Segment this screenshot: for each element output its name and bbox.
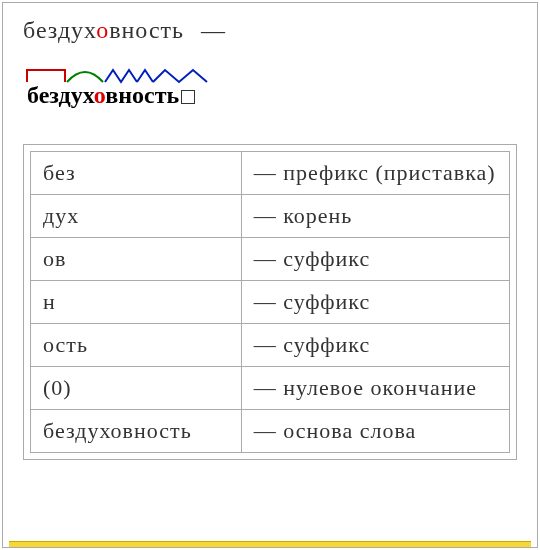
morpheme-def: — префикс (приставка) [241,152,509,195]
morpheme-def: — суффикс [241,324,509,367]
morpheme-def: — основа слова [241,410,509,453]
morph-stress: о [94,82,105,108]
table-row: без — префикс (приставка) [31,152,510,195]
table-row: дух — корень [31,195,510,238]
morpheme-def: — нулевое окончание [241,367,509,410]
table-row: ов — суффикс [31,238,510,281]
morpheme-def: — суффикс [241,281,509,324]
dash: — [201,17,226,43]
content: бездуховность — бездуховность [3,3,537,474]
morpheme-part: ость [31,324,242,367]
headword-stress: о [96,17,109,43]
morpheme-part: (0) [31,367,242,410]
morph-post: вность [105,82,179,108]
table-row: н — суффикс [31,281,510,324]
morpheme-marks-icon [23,64,243,84]
headword-pre: бездух [23,17,96,43]
morpheme-table-wrap: без — префикс (приставка) дух — корень о… [23,144,517,460]
headword-post: вность [109,17,184,43]
panel: бездуховность — бездуховность [2,2,538,548]
morpheme-word: бездуховность [27,82,195,109]
morpheme-def: — суффикс [241,238,509,281]
bottom-accent-bar [9,541,531,547]
table-row: (0) — нулевое окончание [31,367,510,410]
morpheme-part: дух [31,195,242,238]
headword: бездуховность — [23,17,517,44]
morpheme-part: без [31,152,242,195]
table-row: ость — суффикс [31,324,510,367]
morpheme-part: н [31,281,242,324]
morpheme-part: ов [31,238,242,281]
morpheme-def: — корень [241,195,509,238]
table-row: бездуховность — основа слова [31,410,510,453]
morpheme-table: без — префикс (приставка) дух — корень о… [30,151,510,453]
morpheme-part: бездуховность [31,410,242,453]
morph-pre: бездух [27,82,94,108]
zero-ending-box-icon [181,90,195,104]
morpheme-diagram: бездуховность [23,64,517,114]
